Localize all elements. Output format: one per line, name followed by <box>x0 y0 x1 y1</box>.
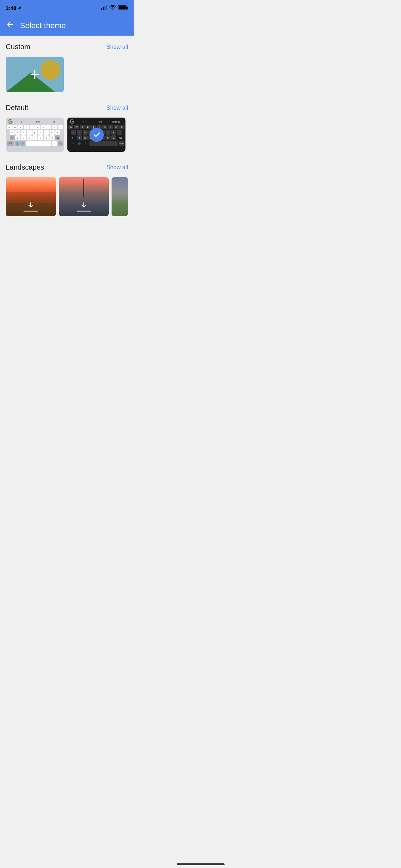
light-theme-tile[interactable]: I the hi q w e r t y u i o <box>6 118 64 152</box>
key-Q: Q <box>68 125 73 129</box>
landscape-forest-tile[interactable] <box>59 177 109 216</box>
key-space-dark <box>89 141 118 146</box>
key-i: i <box>46 125 51 129</box>
bottom-spacer <box>0 221 134 249</box>
status-bar: 3:48 <box>0 0 134 16</box>
key-num-dark: 123 <box>68 141 76 146</box>
back-button[interactable] <box>6 20 14 31</box>
key-Z: Z <box>77 135 82 140</box>
key-p: p <box>58 125 63 129</box>
key-z: z <box>15 135 20 140</box>
key-row-1-dark: Q W E R T Y U I O P <box>68 125 124 129</box>
landscape-beach-tile[interactable] <box>6 177 56 216</box>
key-row-3-dark: ⇧ Z X C V B N M ⌫ <box>68 135 124 140</box>
default-show-all-button[interactable]: Show all <box>107 105 128 111</box>
key-g: g <box>32 130 37 135</box>
key-q: q <box>7 125 12 129</box>
suggestion-the-light: the <box>31 120 46 123</box>
dark-theme-tile[interactable]: I The Thanks Q W E R T Y U I O <box>67 118 125 152</box>
key-x: x <box>21 135 26 140</box>
key-F: F <box>88 130 93 135</box>
key-K: K <box>111 130 116 135</box>
key-I: I <box>108 125 113 129</box>
key-emoji: ☺ <box>20 141 25 146</box>
key-N: N <box>106 135 110 140</box>
key-shift-dark: ⇧ <box>68 135 76 140</box>
suggestion-hi-light: hi <box>47 120 62 123</box>
key-S: S <box>77 130 82 135</box>
wifi-icon <box>109 5 116 10</box>
key-j: j <box>44 130 49 135</box>
landscapes-section: Landscapes Show all <box>0 156 134 221</box>
trees-silhouette <box>77 179 91 197</box>
key-D: D <box>83 130 88 135</box>
suggestion-i-light: I <box>14 120 29 123</box>
custom-section-header: Custom Show all <box>6 43 128 51</box>
key-row-bottom-dark: 123 🌐 ☺ return <box>68 141 124 146</box>
key-return: ↵ <box>58 141 63 146</box>
custom-section-title: Custom <box>6 43 30 51</box>
key-b: b <box>38 135 43 140</box>
add-icon: + <box>30 66 40 83</box>
location-icon <box>18 6 22 10</box>
download-arrow-icon-2 <box>79 201 88 210</box>
suggestion-i-dark: I <box>76 120 91 123</box>
download-bar-1 <box>24 211 38 212</box>
svg-rect-2 <box>104 6 106 10</box>
key-u: u <box>41 125 46 129</box>
key-H: H <box>100 130 105 135</box>
default-section-header: Default Show all <box>6 104 128 112</box>
custom-section: Custom Show all + <box>0 36 134 97</box>
key-a: a <box>10 130 15 135</box>
landscapes-show-all-button[interactable]: Show all <box>107 164 128 171</box>
key-f: f <box>27 130 32 135</box>
key-backspace: ⌫ <box>55 135 60 140</box>
custom-show-all-button[interactable]: Show all <box>107 44 128 50</box>
key-d: d <box>21 130 26 135</box>
download-overlay-1 <box>24 201 38 212</box>
key-row-2-light: a s d f g h j k l <box>7 130 63 135</box>
suggestion-the-dark: The <box>92 120 107 123</box>
key-h: h <box>38 130 43 135</box>
landscapes-row <box>6 177 128 216</box>
default-themes-row: I the hi q w e r t y u i o <box>6 118 128 152</box>
battery-icon <box>118 5 128 10</box>
key-M: M <box>111 135 116 140</box>
key-row-bottom-light: 123 🌐 ☺ . ↵ <box>7 141 63 146</box>
key-E: E <box>80 125 85 129</box>
key-space <box>26 141 51 146</box>
landscapes-section-title: Landscapes <box>6 163 44 171</box>
key-V: V <box>94 135 99 140</box>
key-A: A <box>71 130 76 135</box>
key-G: G <box>94 130 99 135</box>
key-O: O <box>114 125 119 129</box>
key-L: L <box>117 130 122 135</box>
download-bar-2 <box>77 211 91 212</box>
key-m: m <box>50 135 55 140</box>
default-section: Default Show all I the <box>0 97 134 156</box>
google-logo-dark <box>70 119 74 124</box>
page-title: Select theme <box>20 21 66 30</box>
landscapes-section-header: Landscapes Show all <box>6 163 128 171</box>
key-return-dark: return <box>119 141 124 146</box>
status-time: 3:48 <box>6 5 22 11</box>
svg-rect-5 <box>119 6 126 10</box>
landscape-hills-tile[interactable] <box>112 177 128 216</box>
default-section-title: Default <box>6 104 28 112</box>
key-W: W <box>74 125 79 129</box>
key-s: s <box>15 130 20 135</box>
key-c: c <box>27 135 32 140</box>
key-B: B <box>100 135 105 140</box>
key-period: . <box>52 141 57 146</box>
key-T: T <box>91 125 96 129</box>
status-icons <box>101 5 128 10</box>
svg-rect-1 <box>103 7 104 10</box>
key-row-1-light: q w e r t y u i o p <box>7 125 63 129</box>
key-C: C <box>88 135 93 140</box>
add-custom-theme-tile[interactable]: + <box>6 57 64 92</box>
key-num: 123 <box>7 141 14 146</box>
key-backspace-dark: ⌫ <box>117 135 125 140</box>
key-w: w <box>12 125 17 129</box>
key-J: J <box>106 130 110 135</box>
key-e: e <box>18 125 23 129</box>
